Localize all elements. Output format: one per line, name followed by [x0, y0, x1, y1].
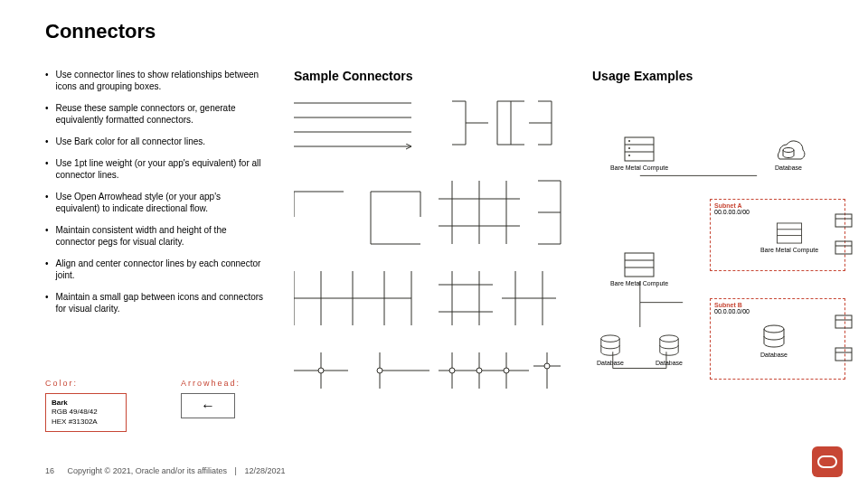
- database-icon: Database: [597, 334, 624, 366]
- subnet-cidr: 00.0.00.0/00: [714, 308, 841, 314]
- slide: Connectors Use connector lines to show r…: [0, 0, 868, 488]
- bullet-item: Align and center connector lines by each…: [45, 258, 267, 281]
- arrowhead-sample: ←: [181, 393, 235, 418]
- svg-point-40: [783, 148, 794, 153]
- color-label: Color:: [45, 379, 127, 388]
- database-icon: Database: [760, 324, 788, 358]
- subnet-title: Subnet A: [714, 202, 841, 209]
- label: Bare Metal Compute: [610, 164, 668, 171]
- bare-metal-compute-icon: Bare Metal Compute: [610, 136, 668, 171]
- color-swatch: Bark RGB 49/48/42 HEX #31302A: [45, 393, 127, 432]
- svg-rect-48: [625, 253, 654, 277]
- page-title: Connectors: [45, 20, 823, 43]
- subnet-b-box: Subnet B 00.0.00.0/00 Database: [710, 298, 845, 380]
- svg-point-51: [764, 325, 784, 333]
- usage-diagram: Bare Metal Compute Database Subnet A 00.…: [592, 90, 823, 416]
- label: Database: [760, 352, 788, 358]
- meta-row: Color: Bark RGB 49/48/42 HEX #31302A Arr…: [45, 379, 241, 432]
- svg-rect-54: [835, 348, 852, 361]
- svg-point-26: [449, 368, 455, 373]
- bullet-item: Use Bark color for all connector lines.: [45, 136, 267, 147]
- copyright: Copyright © 2021, Oracle and/or its affi…: [68, 466, 228, 475]
- color-rgb: RGB 49/48/42: [52, 408, 98, 416]
- svg-point-20: [318, 368, 324, 373]
- svg-point-57: [660, 335, 678, 342]
- svg-point-38: [628, 147, 630, 149]
- color-meta: Color: Bark RGB 49/48/42 HEX #31302A: [45, 379, 127, 432]
- card-icon: [834, 238, 854, 258]
- svg-point-39: [628, 155, 630, 156]
- oracle-logo-icon: [812, 446, 843, 477]
- usage-heading: Usage Examples: [592, 69, 823, 83]
- svg-rect-44: [835, 214, 852, 227]
- footer-date: 12/28/2021: [244, 466, 285, 475]
- columns: Use connector lines to show relationship…: [45, 69, 823, 416]
- sample-column: Sample Connectors: [294, 69, 565, 416]
- color-hex: HEX #31302A: [52, 418, 98, 426]
- label: Bare Metal Compute: [610, 280, 668, 286]
- bare-metal-compute-icon: Bare Metal Compute: [760, 221, 818, 253]
- subnet-title: Subnet B: [714, 302, 841, 308]
- svg-rect-52: [835, 315, 852, 328]
- subnet-a-box: Subnet A 00.0.00.0/00 Bare Metal Compute: [710, 199, 845, 271]
- arrowhead-meta: Arrowhead: ←: [181, 379, 241, 432]
- footer: 16 Copyright © 2021, Oracle and/or its a…: [45, 466, 286, 475]
- bullet-list: Use connector lines to show relationship…: [45, 69, 267, 314]
- color-name: Bark: [52, 399, 68, 407]
- label: Bare Metal Compute: [760, 247, 818, 253]
- svg-point-27: [476, 368, 482, 373]
- guidelines-column: Use connector lines to show relationship…: [45, 69, 267, 416]
- svg-rect-41: [777, 223, 801, 243]
- card-icon: [834, 344, 854, 364]
- subnet-cidr: 00.0.00.0/00: [714, 209, 841, 215]
- svg-point-37: [628, 140, 630, 142]
- svg-point-31: [544, 363, 550, 369]
- page-number: 16: [45, 466, 54, 475]
- database-icon: Database: [656, 334, 683, 366]
- svg-point-56: [601, 335, 619, 342]
- bullet-item: Maintain a small gap between icons and c…: [45, 291, 267, 314]
- arrowhead-label: Arrowhead:: [181, 379, 241, 388]
- usage-column: Usage Examples Bare Metal Compute Databa…: [592, 69, 823, 416]
- bullet-item: Use 1pt line weight (or your app's equiv…: [45, 157, 267, 181]
- bullet-item: Maintain consistent width and height of …: [45, 224, 267, 248]
- database-cloud-icon: Database: [769, 136, 808, 171]
- card-icon: [834, 211, 854, 230]
- bare-metal-compute-icon: Bare Metal Compute: [610, 251, 668, 286]
- svg-rect-46: [835, 241, 852, 254]
- card-icon: [834, 312, 854, 332]
- bullet-item: Use Open Arrowhead style (or your app's …: [45, 191, 267, 214]
- svg-point-28: [504, 368, 509, 373]
- bullet-item: Use connector lines to show relationship…: [45, 69, 267, 92]
- label: Database: [656, 360, 683, 366]
- label: Database: [597, 360, 624, 366]
- bullet-item: Reuse these sample connectors or, genera…: [45, 102, 267, 126]
- sample-connectors-svg: [294, 90, 565, 398]
- sample-heading: Sample Connectors: [294, 69, 565, 83]
- label: Database: [775, 164, 802, 171]
- svg-point-21: [377, 368, 382, 373]
